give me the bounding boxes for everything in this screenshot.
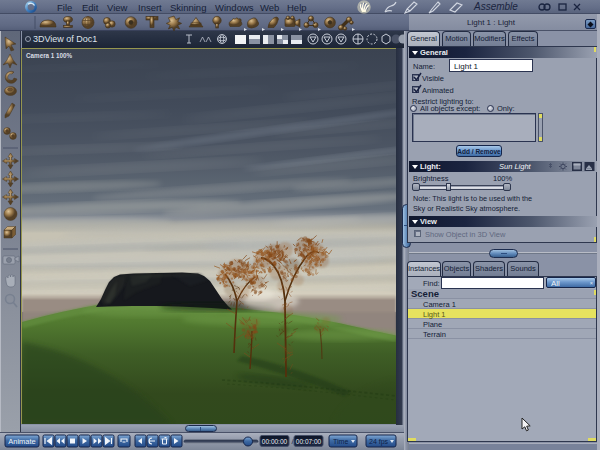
svg-text:Assemble: Assemble	[473, 1, 518, 12]
svg-text:Camera 1 100%: Camera 1 100%	[26, 52, 73, 59]
svg-text:00:00:00: 00:00:00	[262, 438, 288, 445]
svg-text:Time: Time	[333, 438, 348, 445]
svg-text:00:07:00: 00:07:00	[296, 438, 322, 445]
svg-text:24 fps: 24 fps	[369, 438, 389, 446]
svg-text:Animate: Animate	[8, 437, 36, 446]
